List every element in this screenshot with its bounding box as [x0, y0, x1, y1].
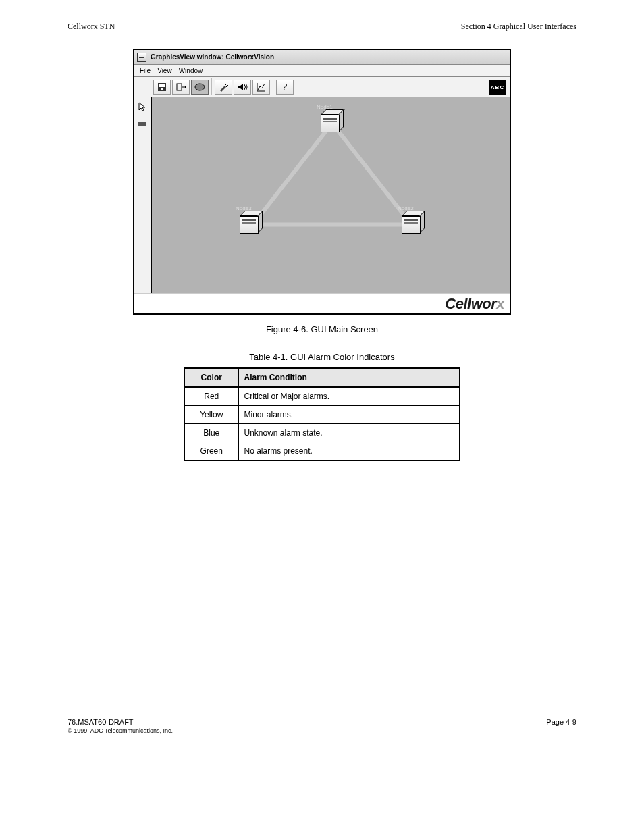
svg-rect-7 — [138, 122, 142, 126]
table-cell: Unknown alarm state. — [238, 424, 460, 442]
menu-window[interactable]: Window — [179, 67, 203, 74]
login-icon[interactable] — [172, 80, 190, 95]
topology-canvas[interactable]: Node1 Node3 Node2 — [152, 97, 510, 293]
svg-rect-8 — [142, 122, 146, 126]
statusbar: Cellworx — [134, 293, 510, 313]
table-cell: Green — [184, 442, 238, 461]
table-cell: No alarms present. — [238, 442, 460, 461]
header-right: Section 4 Graphical User Interfaces — [461, 22, 576, 32]
header-left: Cellworx STN — [68, 22, 115, 32]
save-icon[interactable] — [153, 80, 171, 95]
sound-icon[interactable] — [234, 80, 251, 95]
topology-node[interactable] — [402, 211, 425, 234]
workspace: Node1 Node3 Node2 — [134, 97, 510, 293]
highlight-icon[interactable] — [191, 80, 209, 95]
svg-rect-0 — [139, 57, 144, 58]
footer-doc-id: 76.MSAT60-DRAFT — [68, 718, 134, 726]
menu-file[interactable]: File — [140, 67, 151, 74]
link-node3-node2[interactable] — [253, 223, 415, 226]
svg-rect-3 — [161, 88, 163, 90]
toolbar-separator — [211, 78, 212, 95]
figure-caption: Figure 4-6. GUI Main Screen — [68, 324, 576, 334]
table-row: Yellow Minor alarms. — [184, 406, 460, 424]
toolbar: ? ABC — [134, 77, 510, 97]
table-row: Green No alarms present. — [184, 442, 460, 461]
table-header-row: Color Alarm Condition — [184, 368, 460, 387]
page-footer: 76.MSAT60-DRAFT Page 4-9 © 1999, ADC Tel… — [68, 718, 576, 734]
table-header: Alarm Condition — [238, 368, 460, 387]
table-row: Blue Unknown alarm state. — [184, 424, 460, 442]
table-row: Red Critical or Major alarms. — [184, 387, 460, 406]
table-cell: Yellow — [184, 406, 238, 424]
window-title: GraphicsView window: CellworxVision — [151, 53, 274, 61]
table-cell: Blue — [184, 424, 238, 442]
footer-copyright: © 1999, ADC Telecommunications, Inc. — [68, 727, 576, 734]
table-cell: Minor alarms. — [238, 406, 460, 424]
svg-text:?: ? — [282, 82, 287, 93]
svg-point-5 — [195, 84, 205, 90]
footer-page-num: Page 4-9 — [546, 718, 576, 726]
svg-rect-4 — [177, 84, 182, 90]
menu-view[interactable]: View — [157, 67, 172, 74]
table-header: Color — [184, 368, 238, 387]
table-cell: Critical or Major alarms. — [238, 387, 460, 406]
node-label: Node2 — [398, 205, 414, 211]
svg-rect-2 — [159, 84, 165, 87]
chart-icon[interactable] — [252, 80, 270, 95]
tool-palette — [134, 97, 152, 293]
node-label: Node3 — [236, 205, 252, 211]
window-titlebar[interactable]: GraphicsView window: CellworxVision — [134, 50, 510, 65]
system-menu-icon[interactable] — [137, 53, 146, 62]
toolbar-separator — [273, 78, 273, 95]
pointer-tool-icon[interactable] — [136, 100, 149, 113]
brand-logo: Cellworx — [445, 295, 504, 313]
menubar: File View Window — [134, 65, 510, 77]
topology-node[interactable] — [321, 109, 344, 132]
help-icon[interactable]: ? — [276, 80, 294, 95]
topology-node[interactable] — [240, 211, 263, 234]
node-label: Node1 — [317, 104, 333, 110]
alarm-color-table: Color Alarm Condition Red Critical or Ma… — [184, 367, 460, 461]
table-cell: Red — [184, 387, 238, 406]
table-caption: Table 4-1. GUI Alarm Color Indicators — [68, 352, 576, 362]
running-header: Cellworx STN Section 4 Graphical User In… — [68, 22, 576, 36]
flashlight-icon[interactable] — [215, 80, 232, 95]
app-window: GraphicsView window: CellworxVision File… — [133, 49, 511, 315]
device-tool-icon[interactable] — [136, 118, 149, 131]
abc-icon[interactable]: ABC — [489, 80, 506, 95]
